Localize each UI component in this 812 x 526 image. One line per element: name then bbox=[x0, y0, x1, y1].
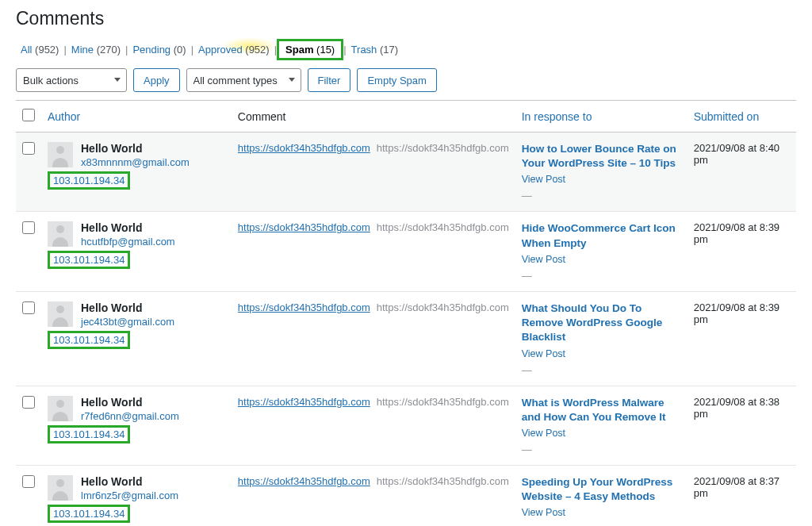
row-checkbox[interactable] bbox=[22, 301, 35, 314]
comment-url-plain: https://sdokf34h35hdfgb.com bbox=[377, 301, 509, 313]
comment-url-link[interactable]: https://sdokf34h35hdfgb.com bbox=[238, 142, 370, 154]
table-row: Hello World lmr6nz5r@gmail.com 103.101.1… bbox=[16, 465, 796, 526]
comment-count-dash: — bbox=[522, 364, 681, 376]
filter-spam[interactable]: Spam (15) bbox=[277, 39, 343, 60]
comment-count-dash: — bbox=[522, 523, 681, 526]
author-ip-link[interactable]: 103.101.194.34 bbox=[48, 171, 130, 190]
page-title: Comments bbox=[16, 8, 796, 29]
submitted-date: 2021/09/08 at 8:39 pm bbox=[688, 291, 796, 386]
author-ip-link[interactable]: 103.101.194.34 bbox=[48, 331, 130, 349]
comment-url-plain: https://sdokf34h35hdfgb.com bbox=[377, 475, 509, 487]
row-checkbox[interactable] bbox=[22, 221, 35, 234]
view-post-link[interactable]: View Post bbox=[522, 254, 681, 265]
view-post-link[interactable]: View Post bbox=[522, 348, 681, 359]
avatar bbox=[48, 475, 73, 501]
author-ip-link[interactable]: 103.101.194.34 bbox=[48, 505, 130, 523]
comment-url-link[interactable]: https://sdokf34h35hdfgb.com bbox=[238, 221, 370, 233]
empty-spam-button[interactable]: Empty Spam bbox=[357, 68, 436, 92]
comment-types-select[interactable]: All comment types bbox=[186, 68, 301, 92]
filter-approved[interactable]: Approved (952) bbox=[193, 40, 274, 59]
author-ip-link[interactable]: 103.101.194.34 bbox=[48, 251, 130, 269]
filter-label: Pending bbox=[132, 44, 170, 56]
avatar bbox=[48, 221, 73, 247]
author-name: Hello World bbox=[81, 396, 143, 409]
comment-url-link[interactable]: https://sdokf34h35hdfgb.com bbox=[238, 475, 370, 487]
filter-count: (952) bbox=[245, 44, 269, 56]
author-email-link[interactable]: hcutfbfp@gmail.com bbox=[81, 236, 175, 248]
table-row: Hello World jec4t3bt@gmail.com 103.101.1… bbox=[16, 291, 796, 386]
comment-count-dash: — bbox=[522, 443, 681, 455]
table-actions: Bulk actions Apply All comment types Fil… bbox=[16, 68, 796, 92]
author-email-link[interactable]: jec4t3bt@gmail.com bbox=[81, 316, 174, 328]
col-header-author[interactable]: Author bbox=[41, 101, 232, 132]
submitted-date: 2021/09/08 at 8:37 pm bbox=[688, 465, 796, 526]
filter-all[interactable]: All (952) bbox=[16, 40, 63, 59]
view-post-link[interactable]: View Post bbox=[522, 174, 681, 185]
view-post-link[interactable]: View Post bbox=[522, 428, 681, 439]
filter-pending[interactable]: Pending (0) bbox=[128, 40, 190, 59]
submitted-date: 2021/09/08 at 8:39 pm bbox=[688, 212, 796, 291]
filter-count: (15) bbox=[316, 44, 335, 56]
table-row: Hello World r7fed6nn@gmail.com 103.101.1… bbox=[16, 386, 796, 465]
avatar bbox=[48, 142, 73, 167]
author-email-link[interactable]: r7fed6nn@gmail.com bbox=[81, 410, 179, 422]
view-post-link[interactable]: View Post bbox=[522, 507, 681, 518]
post-title-link[interactable]: How to Lower Bounce Rate on Your WordPre… bbox=[522, 142, 681, 171]
comment-count-dash: — bbox=[522, 270, 681, 282]
avatar bbox=[48, 301, 73, 327]
author-name: Hello World bbox=[81, 301, 143, 314]
select-all-checkbox[interactable] bbox=[22, 109, 35, 121]
filter-label: Trash bbox=[351, 44, 377, 56]
filter-count: (270) bbox=[97, 44, 121, 56]
filter-trash[interactable]: Trash (17) bbox=[347, 40, 404, 59]
comment-url-link[interactable]: https://sdokf34h35hdfgb.com bbox=[238, 396, 370, 408]
filter-label: Spam bbox=[285, 44, 313, 56]
comment-count-dash: — bbox=[522, 190, 681, 202]
col-header-comment: Comment bbox=[232, 101, 515, 132]
submitted-date: 2021/09/08 at 8:38 pm bbox=[688, 386, 796, 465]
author-ip-link[interactable]: 103.101.194.34 bbox=[48, 425, 130, 443]
comment-url-plain: https://sdokf34h35hdfgb.com bbox=[377, 142, 509, 154]
status-filters: All (952) | Mine (270) | Pending (0) | A… bbox=[16, 39, 796, 60]
apply-button[interactable]: Apply bbox=[133, 68, 180, 92]
filter-count: (0) bbox=[174, 44, 186, 56]
filter-label: Approved bbox=[198, 44, 243, 56]
post-title-link[interactable]: What Should You Do To Remove WordPress G… bbox=[522, 301, 681, 345]
table-row: Hello World hcutfbfp@gmail.com 103.101.1… bbox=[16, 212, 796, 291]
comments-table: Author Comment In response to Submitted … bbox=[16, 100, 796, 526]
row-checkbox[interactable] bbox=[22, 142, 35, 155]
bulk-actions-select[interactable]: Bulk actions bbox=[16, 68, 127, 92]
post-title-link[interactable]: What is WordPress Malware and How Can Yo… bbox=[522, 396, 681, 424]
author-name: Hello World bbox=[81, 142, 143, 155]
filter-label: All bbox=[21, 44, 32, 56]
filter-mine[interactable]: Mine (270) bbox=[67, 40, 125, 59]
author-name: Hello World bbox=[81, 475, 143, 488]
filter-count: (952) bbox=[35, 44, 59, 56]
row-checkbox[interactable] bbox=[22, 396, 35, 409]
comment-url-link[interactable]: https://sdokf34h35hdfgb.com bbox=[238, 301, 370, 313]
submitted-date: 2021/09/08 at 8:40 pm bbox=[688, 132, 796, 212]
post-title-link[interactable]: Hide WooCommerce Cart Icon When Empty bbox=[522, 221, 681, 250]
avatar bbox=[48, 396, 73, 421]
filter-button[interactable]: Filter bbox=[308, 68, 351, 92]
row-checkbox[interactable] bbox=[22, 475, 35, 488]
filter-count: (17) bbox=[380, 44, 398, 56]
comment-url-plain: https://sdokf34h35hdfgb.com bbox=[377, 396, 509, 408]
author-name: Hello World bbox=[81, 221, 143, 234]
author-email-link[interactable]: lmr6nz5r@gmail.com bbox=[81, 490, 178, 501]
comment-url-plain: https://sdokf34h35hdfgb.com bbox=[377, 221, 509, 233]
filter-label: Mine bbox=[71, 44, 94, 56]
table-row: Hello World x83mnnnm@gmail.com 103.101.1… bbox=[16, 132, 796, 212]
post-title-link[interactable]: Speeding Up Your WordPress Website – 4 E… bbox=[522, 475, 681, 504]
col-header-date[interactable]: Submitted on bbox=[688, 101, 796, 132]
author-email-link[interactable]: x83mnnnm@gmail.com bbox=[81, 156, 190, 168]
col-header-response[interactable]: In response to bbox=[515, 101, 688, 132]
